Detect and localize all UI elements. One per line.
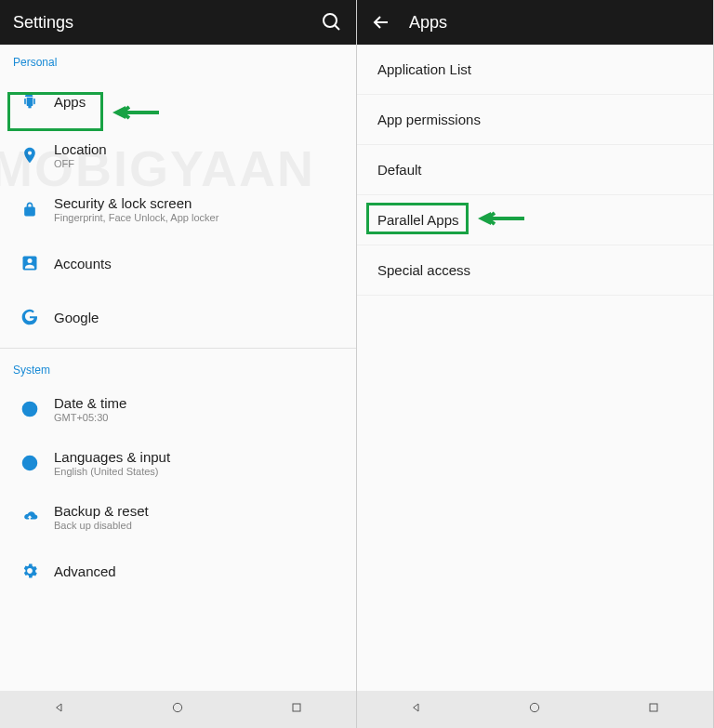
section-system: System [0,352,356,382]
item-datetime-label: Date & time [54,395,345,411]
item-application-list[interactable]: Application List [357,45,713,95]
location-icon [11,146,48,165]
item-google-label: Google [54,310,345,325]
svg-point-3 [28,258,33,263]
item-datetime[interactable]: Date & time GMT+05:30 [0,382,356,436]
svg-rect-7 [293,704,300,711]
cloud-icon [11,508,48,526]
nav-recent[interactable] [646,700,661,719]
nav-home[interactable] [170,700,185,719]
apps-header: Apps [357,0,713,45]
item-google[interactable]: Google [0,290,356,344]
item-security[interactable]: Security & lock screen Fingerprint, Face… [0,182,356,236]
settings-title: Settings [13,13,73,33]
settings-screen: Settings Personal Apps Location OFF [0,0,357,728]
search-icon[interactable] [321,11,343,33]
navbar-right [357,691,713,728]
item-advanced[interactable]: Advanced [0,544,356,598]
item-security-sub: Fingerprint, Face Unlock, App locker [54,212,345,223]
item-languages-label: Languages & input [54,449,345,465]
svg-point-8 [531,703,539,711]
item-datetime-sub: GMT+05:30 [54,412,345,423]
item-accounts-label: Accounts [54,256,345,271]
item-apps-label: Apps [54,94,345,110]
item-apps[interactable]: Apps [0,74,356,128]
nav-home[interactable] [527,700,542,719]
gear-icon [11,562,48,580]
item-advanced-label: Advanced [54,563,345,579]
clock-icon [11,400,48,418]
svg-line-1 [335,25,339,30]
apps-title: Apps [409,13,447,33]
item-app-permissions[interactable]: App permissions [357,95,713,145]
section-personal: Personal [0,45,356,74]
svg-point-6 [174,703,182,711]
apps-screen: Apps Application List App permissions De… [357,0,714,728]
item-parallel-apps[interactable]: Parallel Apps [357,195,713,245]
accounts-icon [11,254,48,272]
svg-point-0 [324,14,337,27]
item-location[interactable]: Location OFF [0,128,356,182]
nav-recent[interactable] [289,700,304,719]
divider [0,348,356,349]
nav-back[interactable] [52,700,67,719]
item-accounts[interactable]: Accounts [0,236,356,290]
settings-content: Personal Apps Location OFF Security & lo… [0,45,356,691]
lock-icon [11,200,48,218]
item-languages-sub: English (United States) [54,466,345,477]
nav-back[interactable] [409,700,424,719]
item-location-sub: OFF [54,158,345,169]
item-location-label: Location [54,141,345,157]
item-backup-label: Backup & reset [54,503,345,519]
settings-header: Settings [0,0,356,45]
item-backup[interactable]: Backup & reset Back up disabled [0,490,356,544]
google-icon [11,308,48,326]
item-default[interactable]: Default [357,145,713,195]
item-languages[interactable]: Languages & input English (United States… [0,436,356,490]
svg-rect-9 [650,704,657,711]
back-icon[interactable] [370,11,392,33]
globe-icon [11,454,48,472]
item-backup-sub: Back up disabled [54,520,345,531]
item-special-access[interactable]: Special access [357,245,713,296]
navbar-left [0,691,356,728]
android-icon [11,92,48,111]
apps-content: Application List App permissions Default… [357,45,713,691]
item-security-label: Security & lock screen [54,195,345,211]
